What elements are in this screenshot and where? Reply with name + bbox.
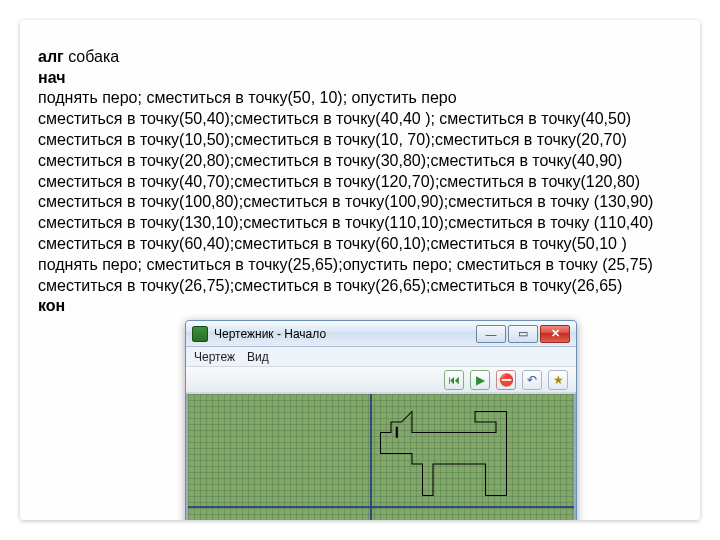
- code-line: сместиться в точку(20,80);сместиться в т…: [38, 152, 622, 169]
- minimize-button[interactable]: —: [476, 325, 506, 343]
- kw-nach: нач: [38, 69, 65, 86]
- menubar: Чертеж Вид: [186, 347, 576, 367]
- code-line: сместиться в точку(100,80);сместиться в …: [38, 193, 653, 210]
- close-button[interactable]: ✕: [540, 325, 570, 343]
- alg-name: собака: [64, 48, 119, 65]
- first-button[interactable]: ⏮: [444, 370, 464, 390]
- toolbar: ⏮ ▶ ⛔ ↶ ★: [186, 367, 576, 393]
- app-icon: [192, 326, 208, 342]
- code-line: поднять перо; сместиться в точку(25,65);…: [38, 256, 653, 273]
- stop-button[interactable]: ⛔: [496, 370, 516, 390]
- titlebar[interactable]: Чертежник - Начало — ▭ ✕: [186, 321, 576, 347]
- drawn-figure: [188, 394, 576, 520]
- code-line: сместиться в точку(10,50);сместиться в т…: [38, 131, 627, 148]
- window-buttons: — ▭ ✕: [476, 325, 570, 343]
- window-title: Чертежник - Начало: [214, 327, 470, 341]
- play-button[interactable]: ▶: [470, 370, 490, 390]
- slide-frame: алг собака нач поднять перо; сместиться …: [20, 20, 700, 520]
- code-line: сместиться в точку(50,40);сместиться в т…: [38, 110, 631, 127]
- drawer-window: Чертежник - Начало — ▭ ✕ Чертеж Вид ⏮ ▶ …: [185, 320, 577, 520]
- code-line: сместиться в точку(26,75);сместиться в т…: [38, 277, 622, 294]
- undo-button[interactable]: ↶: [522, 370, 542, 390]
- kw-kon: кон: [38, 297, 65, 314]
- code-line: сместиться в точку(130,10);сместиться в …: [38, 214, 653, 231]
- menu-drawing[interactable]: Чертеж: [194, 350, 235, 364]
- kw-alg: алг: [38, 48, 64, 65]
- code-block: алг собака нач поднять перо; сместиться …: [38, 26, 682, 338]
- menu-view[interactable]: Вид: [247, 350, 269, 364]
- canvas[interactable]: [186, 393, 576, 520]
- maximize-button[interactable]: ▭: [508, 325, 538, 343]
- code-line: сместиться в точку(40,70);сместиться в т…: [38, 173, 640, 190]
- code-line: поднять перо; сместиться в точку(50, 10)…: [38, 89, 457, 106]
- code-line: сместиться в точку(60,40);сместиться в т…: [38, 235, 627, 252]
- star-button[interactable]: ★: [548, 370, 568, 390]
